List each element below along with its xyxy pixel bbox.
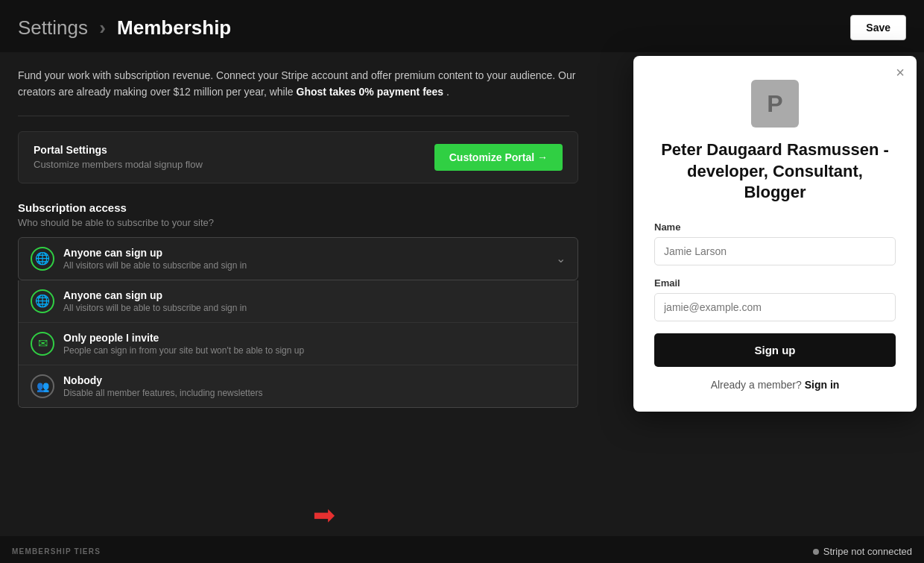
breadcrumb-settings[interactable]: Settings bbox=[18, 16, 88, 39]
option-invite[interactable]: ✉ Only people I invite People can sign i… bbox=[19, 323, 578, 365]
selected-item: 🌐 Anyone can sign up All visitors will b… bbox=[31, 247, 247, 271]
subscription-access-dropdown[interactable]: 🌐 Anyone can sign up All visitors will b… bbox=[18, 237, 578, 280]
customize-portal-button[interactable]: Customize Portal → bbox=[434, 144, 563, 171]
modal-title: Peter Daugaard Rasmussen - developer, Co… bbox=[654, 139, 896, 204]
chevron-down-icon: ⌄ bbox=[556, 251, 566, 265]
subscription-access-title: Subscription access bbox=[18, 201, 578, 214]
page-title: Settings › Membership bbox=[18, 16, 231, 40]
dropdown-list: 🌐 Anyone can sign up All visitors will b… bbox=[18, 280, 578, 408]
selected-icon: 🌐 bbox=[31, 247, 54, 271]
email-input[interactable] bbox=[654, 293, 896, 321]
portal-settings-info: Portal Settings Customize members modal … bbox=[34, 144, 203, 170]
portal-settings-title: Portal Settings bbox=[34, 144, 203, 156]
subscription-access-subtitle: Who should be able to subscribe to your … bbox=[18, 217, 578, 228]
breadcrumb-separator: › bbox=[99, 16, 106, 39]
stripe-status: Stripe not connected bbox=[813, 546, 912, 557]
portal-settings-section: Portal Settings Customize members modal … bbox=[18, 131, 578, 183]
description-text: Fund your work with subscription revenue… bbox=[18, 67, 578, 101]
name-input[interactable] bbox=[654, 237, 896, 265]
option-nobody-text: Nobody Disable all member features, incl… bbox=[63, 374, 262, 398]
subscription-access-section: Subscription access Who should be able t… bbox=[18, 201, 578, 408]
modal-close-button[interactable]: × bbox=[896, 65, 905, 80]
portal-preview-modal: × P Peter Daugaard Rasmussen - developer… bbox=[633, 56, 917, 412]
name-label: Name bbox=[654, 221, 896, 233]
save-button[interactable]: Save bbox=[850, 15, 906, 40]
option-anyone-subtitle: All visitors will be able to subscribe a… bbox=[63, 303, 247, 313]
option-invite-title: Only people I invite bbox=[63, 332, 304, 344]
email-field-group: Email bbox=[654, 277, 896, 333]
selected-title: Anyone can sign up bbox=[63, 247, 247, 259]
option-anyone-icon: 🌐 bbox=[31, 289, 54, 313]
stripe-dot-icon bbox=[813, 549, 819, 555]
option-anyone-text: Anyone can sign up All visitors will be … bbox=[63, 289, 247, 313]
description-bold: Ghost takes 0% payment fees bbox=[297, 86, 444, 98]
arrow-indicator: ⬅ bbox=[313, 500, 335, 531]
signin-prompt: Already a member? Sign in bbox=[654, 379, 896, 391]
option-invite-subtitle: People can sign in from your site but wo… bbox=[63, 345, 304, 356]
breadcrumb-membership: Membership bbox=[117, 16, 231, 39]
bottom-bar: MEMBERSHIP TIERS Stripe not connected bbox=[0, 536, 924, 563]
main-content: Fund your work with subscription revenue… bbox=[0, 52, 596, 408]
portal-settings-subtitle: Customize members modal signup flow bbox=[34, 159, 203, 170]
option-nobody-subtitle: Disable all member features, including n… bbox=[63, 388, 262, 398]
option-nobody[interactable]: 👥 Nobody Disable all member features, in… bbox=[19, 365, 578, 407]
name-field-group: Name bbox=[654, 221, 896, 277]
option-nobody-title: Nobody bbox=[63, 374, 262, 386]
avatar: P bbox=[751, 80, 799, 128]
selected-text: Anyone can sign up All visitors will be … bbox=[63, 247, 247, 271]
signin-link[interactable]: Sign in bbox=[805, 379, 840, 391]
signin-text: Already a member? bbox=[711, 379, 802, 391]
option-invite-icon: ✉ bbox=[31, 332, 54, 356]
header: Settings › Membership Save bbox=[0, 0, 924, 52]
option-anyone-title: Anyone can sign up bbox=[63, 289, 247, 301]
stripe-status-text: Stripe not connected bbox=[823, 546, 912, 557]
option-nobody-icon: 👥 bbox=[31, 374, 54, 398]
description-end: . bbox=[446, 86, 449, 98]
option-anyone[interactable]: 🌐 Anyone can sign up All visitors will b… bbox=[19, 280, 578, 323]
option-invite-text: Only people I invite People can sign in … bbox=[63, 332, 304, 356]
email-label: Email bbox=[654, 277, 896, 289]
selected-subtitle: All visitors will be able to subscribe a… bbox=[63, 260, 247, 271]
signup-button[interactable]: Sign up bbox=[654, 333, 896, 367]
section-divider bbox=[18, 116, 569, 116]
membership-tiers-label: MEMBERSHIP TIERS bbox=[12, 547, 101, 556]
